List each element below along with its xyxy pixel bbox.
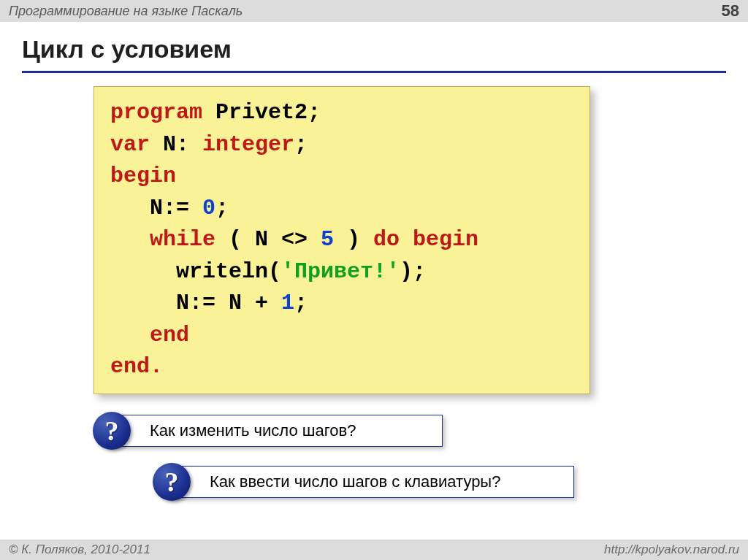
slide-title: Цикл с условием	[22, 35, 726, 64]
code-string: 'Привет!'	[281, 259, 400, 284]
question-text-1: Как изменить число шагов?	[150, 421, 356, 440]
code-text: )	[334, 227, 373, 252]
footer-bar: © К. Поляков, 2010-2011 http://kpolyakov…	[0, 540, 748, 560]
code-kw: do begin	[373, 227, 478, 252]
code-num: 5	[321, 227, 334, 252]
header-subject: Программирование на языке Паскаль	[9, 4, 243, 19]
code-text: N:= N +	[110, 291, 281, 315]
code-num: 1	[281, 291, 294, 315]
question-box-1: ? Как изменить число шагов?	[108, 415, 443, 447]
code-kw: while	[110, 227, 215, 252]
question-mark-icon: ?	[93, 412, 131, 450]
question-box-2: ? Как ввести число шагов с клавиатуры?	[168, 466, 574, 498]
code-text: writeln(	[110, 259, 281, 284]
code-block: program Privet2; var N: integer; begin N…	[94, 86, 590, 394]
code-kw: integer	[202, 132, 294, 157]
page-number: 58	[722, 1, 739, 20]
question-text-2: Как ввести число шагов с клавиатуры?	[210, 472, 500, 491]
code-text: Privet2;	[202, 100, 321, 125]
code-kw: end.	[110, 354, 163, 379]
code-text: N:=	[110, 196, 202, 220]
code-text: ( N <>	[215, 227, 321, 252]
code-text: ;	[215, 196, 229, 220]
code-text: ;	[294, 132, 308, 157]
code-kw: program	[110, 100, 202, 125]
header-bar: Программирование на языке Паскаль 58	[0, 0, 748, 22]
code-num: 0	[202, 196, 215, 220]
code-kw: var	[110, 132, 150, 157]
footer-copyright: © К. Поляков, 2010-2011	[9, 542, 150, 557]
code-kw: begin	[110, 164, 176, 188]
code-kw: end	[110, 323, 189, 348]
content-area: program Privet2; var N: integer; begin N…	[0, 73, 748, 498]
code-text: N:	[150, 132, 202, 157]
code-text: ;	[294, 291, 308, 315]
footer-url: http://kpolyakov.narod.ru	[604, 542, 739, 557]
code-text: );	[400, 259, 426, 284]
question-mark-icon: ?	[153, 463, 191, 501]
